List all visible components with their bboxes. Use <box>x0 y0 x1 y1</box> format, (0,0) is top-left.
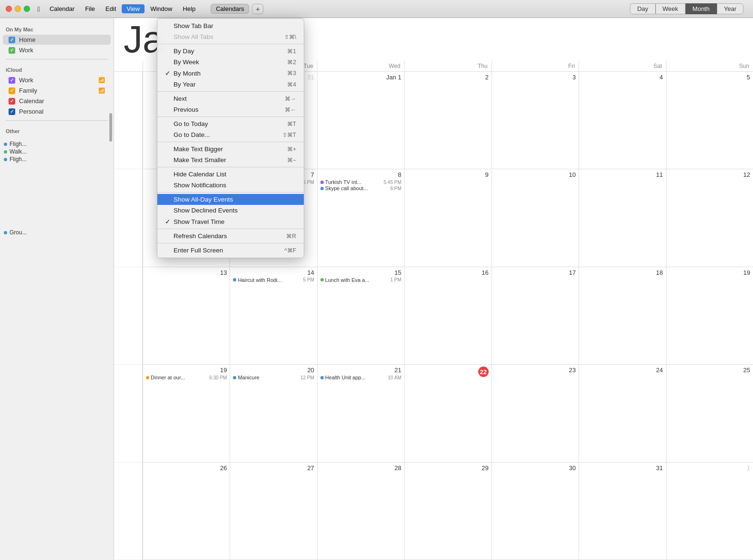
view-month-button[interactable]: Month <box>685 3 717 14</box>
cal-cell-jan22[interactable]: 22 <box>404 365 491 462</box>
sidebar-event-4: Grou... <box>4 229 110 236</box>
minimize-button[interactable] <box>15 6 21 12</box>
cal-cell-jan17[interactable]: 17 <box>492 267 579 365</box>
cal-cell-jan9[interactable]: 9 <box>404 169 491 267</box>
cal-cell-jan24[interactable]: 24 <box>579 365 666 462</box>
sidebar-item-work-icloud[interactable]: Work 📶 <box>3 75 111 85</box>
cal-cell-jan23[interactable]: 23 <box>492 365 579 462</box>
cal-cell-jan3[interactable]: 3 <box>492 72 579 169</box>
event-skype-call[interactable]: Skype call about... 6 PM <box>320 185 401 191</box>
sidebar-events-preview: Fligh... Walk... Fligh... <box>0 141 114 163</box>
cal-cell-jan10[interactable]: 10 <box>492 169 579 267</box>
cal-cell-jan19-sun[interactable]: 19 <box>666 267 753 365</box>
cal-cell-jan27[interactable]: 27 <box>230 463 317 560</box>
event-manicure[interactable]: Manicure 12 PM <box>233 375 314 380</box>
view-dropdown-menu: Show Tab Bar Show All Tabs ⇧⌘\ By Day ⌘1… <box>157 18 304 258</box>
work-mac-label: Work <box>19 47 105 54</box>
add-calendar-button[interactable]: + <box>252 4 263 14</box>
label-by-week: By Week <box>174 58 199 66</box>
menu-show-travel-time[interactable]: ✓ Show Travel Time <box>157 216 304 227</box>
sidebar-item-work-mac[interactable]: Work <box>3 45 111 55</box>
cal-cell-jan1[interactable]: Jan 1 <box>317 72 404 169</box>
menu-go-to-today[interactable]: Go to Today ⌘T <box>157 118 304 129</box>
work-mac-checkbox[interactable] <box>9 47 15 54</box>
menu-enter-full-screen[interactable]: Enter Full Screen ^⌘F <box>157 245 304 256</box>
day-header-wed: Wed <box>317 61 404 71</box>
event-health-unit[interactable]: Health Unit app... 10 AM <box>320 375 401 380</box>
label-go-to-today: Go to Today <box>174 120 208 127</box>
sidebar-item-personal[interactable]: Personal <box>3 106 111 116</box>
cal-cell-jan12[interactable]: 12 <box>666 169 753 267</box>
menu-show-declined-events[interactable]: Show Declined Events <box>157 205 304 216</box>
menu-by-week[interactable]: By Week ⌘2 <box>157 57 304 68</box>
menu-make-text-bigger[interactable]: Make Text Bigger ⌘+ <box>157 144 304 154</box>
cal-cell-jan18[interactable]: 18 <box>579 267 666 365</box>
menu-go-to-date[interactable]: Go to Date... ⇧⌘T <box>157 129 304 140</box>
calendar-checkbox[interactable] <box>9 98 15 105</box>
fullscreen-button[interactable] <box>24 6 30 12</box>
menu-show-tab-bar[interactable]: Show Tab Bar <box>157 20 304 31</box>
view-day-button[interactable]: Day <box>630 3 655 14</box>
cal-cell-jan11[interactable]: 11 <box>579 169 666 267</box>
event-turkish-tv[interactable]: Turkish TV int... 5:45 PM <box>320 179 401 185</box>
cal-cell-jan20[interactable]: 20 Manicure 12 PM <box>230 365 317 462</box>
view-year-button[interactable]: Year <box>717 3 743 14</box>
cal-cell-jan29[interactable]: 29 <box>404 463 491 560</box>
cal-cell-jan16[interactable]: 16 <box>404 267 491 365</box>
menu-edit[interactable]: Edit <box>101 4 121 13</box>
cal-cell-jan28[interactable]: 28 <box>317 463 404 560</box>
sidebar-scrollbar[interactable] <box>109 113 112 142</box>
sidebar-item-calendar[interactable]: Calendar <box>3 96 111 106</box>
menu-previous[interactable]: Previous ⌘← <box>157 104 304 115</box>
work-icloud-checkbox[interactable] <box>9 77 15 84</box>
menu-refresh-calendars[interactable]: Refresh Calendars ⌘R <box>157 231 304 241</box>
sidebar-divider-1 <box>6 59 108 59</box>
cal-cell-jan15[interactable]: 15 Lunch with Eva a... 1 PM <box>317 267 404 365</box>
personal-checkbox[interactable] <box>9 108 15 115</box>
menu-show-all-day-events[interactable]: Show All-Day Events <box>157 194 304 205</box>
cal-cell-jan4[interactable]: 4 <box>579 72 666 169</box>
cal-cell-jan13[interactable]: 13 <box>143 267 230 365</box>
cal-cell-jan14[interactable]: 14 Haircut with Rodi... 5 PM <box>230 267 317 365</box>
menu-view[interactable]: View <box>122 4 145 13</box>
day-num-jan20: 20 <box>233 367 314 374</box>
menu-calendar[interactable]: Calendar <box>45 4 79 13</box>
menu-by-day[interactable]: By Day ⌘1 <box>157 46 304 57</box>
calendars-button[interactable]: Calendars <box>211 4 249 14</box>
menu-by-month[interactable]: ✓ By Month ⌘3 <box>157 68 304 79</box>
cal-cell-feb1[interactable]: 1 <box>666 463 753 560</box>
cal-cell-jan25[interactable]: 25 <box>666 365 753 462</box>
event-lunch-eva[interactable]: Lunch with Eva a... 1 PM <box>320 277 401 283</box>
cal-cell-jan31[interactable]: 31 <box>579 463 666 560</box>
menu-hide-calendar-list[interactable]: Hide Calendar List <box>157 169 304 180</box>
day-num-jan9: 9 <box>407 171 488 178</box>
cal-cell-jan26[interactable]: 26 <box>143 463 230 560</box>
event-haircut[interactable]: Haircut with Rodi... 5 PM <box>233 277 314 283</box>
day-num-jan2: 2 <box>407 74 488 81</box>
menu-window[interactable]: Window <box>145 4 177 13</box>
event-name-lunch: Lunch with Eva a... <box>325 277 389 283</box>
cal-cell-jan21[interactable]: 21 Health Unit app... 10 AM <box>317 365 404 462</box>
label-show-tab-bar: Show Tab Bar <box>174 22 213 29</box>
view-week-button[interactable]: Week <box>656 3 685 14</box>
sidebar-item-family[interactable]: Family 📶 <box>3 86 111 96</box>
menu-file[interactable]: File <box>80 4 100 13</box>
event-dinner[interactable]: Dinner at our... 6:30 PM <box>146 375 227 380</box>
cal-cell-jan8[interactable]: 8 Turkish TV int... 5:45 PM Skype call a… <box>317 169 404 267</box>
wifi-icon-work: 📶 <box>98 77 105 83</box>
cal-cell-jan2[interactable]: 2 <box>404 72 491 169</box>
close-button[interactable] <box>6 6 12 12</box>
cal-cell-jan5[interactable]: 5 <box>666 72 753 169</box>
family-checkbox[interactable] <box>9 87 15 94</box>
menu-by-year[interactable]: By Year ⌘4 <box>157 79 304 90</box>
menu-show-notifications[interactable]: Show Notifications <box>157 180 304 191</box>
menu-help[interactable]: Help <box>178 4 200 13</box>
home-checkbox[interactable] <box>9 37 15 43</box>
menu-make-text-smaller[interactable]: Make Text Smaller ⌘− <box>157 154 304 165</box>
sidebar-item-home[interactable]: Home <box>3 35 111 45</box>
apple-menu[interactable]:  <box>34 4 44 14</box>
menu-next[interactable]: Next ⌘→ <box>157 93 304 104</box>
cal-cell-jan19[interactable]: 19 Dinner at our... 6:30 PM <box>143 365 230 462</box>
cal-cell-jan30[interactable]: 30 <box>492 463 579 560</box>
event-dot-haircut <box>233 278 236 281</box>
